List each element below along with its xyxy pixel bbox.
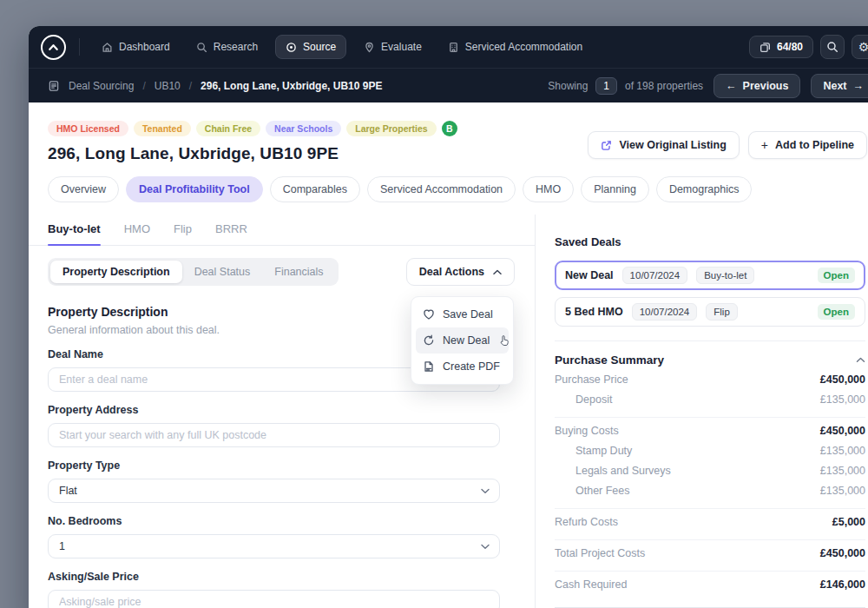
deal-actions-button[interactable]: Deal Actions [406, 258, 515, 286]
menu-label: Create PDF [443, 360, 500, 373]
gear-icon: ⚙ [858, 40, 868, 54]
purchase-summary-title: Purchase Summary [555, 354, 664, 367]
research-icon [196, 42, 207, 53]
row-value: £450,000 [820, 547, 865, 560]
breadcrumb-area[interactable]: UB10 [155, 80, 181, 92]
deal-toolbar: Property Description Deal Status Financi… [48, 258, 515, 286]
strategy-tab-flip[interactable]: Flip [174, 222, 192, 245]
row-label: Cash Required [555, 578, 627, 591]
strategy-tab-buy-to-let[interactable]: Buy-to-let [48, 222, 101, 245]
menu-label: New Deal [443, 334, 490, 347]
deal-name: 5 Bed HMO [565, 306, 623, 318]
tab-planning[interactable]: Planning [581, 176, 649, 202]
heart-icon [423, 308, 435, 321]
section-divider [555, 340, 865, 341]
deal-date-badge: 10/07/2024 [632, 303, 698, 321]
cursor-hand-icon [499, 334, 510, 347]
top-navbar: Dashboard Research Source Evaluate [29, 26, 868, 68]
row-label: Purchase Price [555, 373, 628, 387]
purchase-summary-header[interactable]: Purchase Summary [555, 354, 865, 367]
segment-deal-status[interactable]: Deal Status [182, 261, 263, 283]
summary-panel: Saved Deals New Deal 10/07/2024 Buy-to-l… [536, 215, 868, 608]
property-tags: HMO Licensed Tenanted Chain Free Near Sc… [48, 121, 457, 136]
page-tabs: Overview Deal Profitability Tool Compara… [29, 163, 868, 202]
nav-label: Evaluate [381, 41, 422, 53]
row-value: £5,000 [832, 516, 865, 529]
group-divider [555, 417, 865, 418]
group-divider [555, 539, 865, 540]
saved-deal-card[interactable]: 5 Bed HMO 10/07/2024 Flip Open [555, 297, 865, 327]
row-label: Buying Costs [555, 425, 619, 438]
page-title: 296, Long Lane, Uxbridge, UB10 9PE [48, 144, 457, 163]
nav-item-source[interactable]: Source [275, 35, 346, 59]
property-address-input[interactable] [48, 423, 500, 447]
summary-row: Buying Costs £450,000 [555, 425, 865, 438]
nav-item-evaluate[interactable]: Evaluate [355, 35, 431, 59]
target-icon [286, 42, 297, 53]
section-segmented-control: Property Description Deal Status Financi… [48, 258, 339, 286]
row-label: Refurb Costs [555, 516, 618, 529]
property-type-select[interactable]: Flat [48, 479, 500, 503]
nav-label: Dashboard [119, 41, 170, 53]
field-property-type: Property Type Flat [48, 459, 500, 503]
tag-near-schools: Near Schools [266, 121, 341, 136]
next-button[interactable]: Next → [811, 74, 868, 98]
purchase-summary-rows: Purchase Price £450,000 Deposit £135,000… [555, 373, 865, 591]
of-label: of 198 properties [625, 80, 703, 92]
strategy-tab-brrr[interactable]: BRRR [215, 222, 247, 245]
view-original-listing-button[interactable]: View Original Listing [588, 131, 739, 159]
add-to-pipeline-button[interactable]: + Add to Pipeline [748, 131, 867, 159]
segment-property-description[interactable]: Property Description [50, 261, 182, 283]
strategy-tabs: Buy-to-let HMO Flip BRRR [29, 215, 535, 246]
header-actions: View Original Listing + Add to Pipeline [588, 121, 867, 159]
nav-label: Source [303, 41, 336, 53]
nav-item-serviced-accommodation[interactable]: Serviced Accommodation [439, 35, 591, 59]
previous-button[interactable]: ← Previous [713, 74, 800, 98]
tab-demographics[interactable]: Demographics [656, 176, 753, 202]
app-logo[interactable] [41, 35, 66, 60]
strategy-tab-hmo[interactable]: HMO [124, 222, 150, 245]
tab-deal-profitability-tool[interactable]: Deal Profitability Tool [126, 176, 263, 202]
summary-row: Legals and Surveys £135,000 [555, 465, 865, 478]
segment-financials[interactable]: Financials [262, 261, 335, 283]
settings-button[interactable]: ⚙ [852, 35, 868, 59]
nav-item-research[interactable]: Research [187, 35, 266, 59]
row-value: £450,000 [820, 425, 865, 438]
nav-item-dashboard[interactable]: Dashboard [93, 35, 179, 59]
page-number: 1 [595, 77, 617, 95]
tab-hmo[interactable]: HMO [523, 176, 574, 202]
add-to-pipeline-label: Add to Pipeline [775, 139, 854, 151]
menu-item-create-pdf[interactable]: Create PDF [416, 354, 509, 380]
credits-count: 64/80 [777, 41, 803, 53]
plus-icon: + [761, 141, 768, 149]
asking-price-input[interactable] [48, 590, 500, 608]
grade-badge: B [442, 121, 457, 136]
row-label: Legals and Surveys [555, 465, 671, 478]
property-header-left: HMO Licensed Tenanted Chain Free Near Sc… [48, 121, 457, 163]
menu-label: Save Deal [443, 308, 493, 321]
tab-serviced-accommodation[interactable]: Serviced Accommodation [367, 176, 516, 202]
credits-badge[interactable]: 64/80 [749, 36, 813, 58]
row-value: £135,000 [820, 485, 865, 498]
breadcrumb-deal-sourcing[interactable]: Deal Sourcing [69, 80, 134, 92]
search-button[interactable] [820, 35, 845, 59]
search-icon [826, 41, 838, 53]
row-value: £135,000 [820, 465, 865, 478]
property-header: HMO Licensed Tenanted Chain Free Near Sc… [29, 102, 868, 163]
nav-divider [79, 38, 80, 56]
chevron-up-icon[interactable] [856, 357, 865, 363]
showing-label: Showing [548, 80, 588, 92]
row-value: £135,000 [820, 393, 865, 406]
bedrooms-select[interactable]: 1 [48, 534, 500, 558]
tab-comparables[interactable]: Comparables [270, 176, 360, 202]
bedrooms-label: No. Bedrooms [48, 515, 500, 527]
tag-large-properties: Large Properties [346, 121, 436, 136]
field-asking-price: Asking/Sale Price [48, 571, 500, 608]
menu-item-new-deal[interactable]: New Deal [416, 327, 509, 354]
menu-item-save-deal[interactable]: Save Deal [416, 301, 509, 327]
tab-overview[interactable]: Overview [48, 176, 119, 202]
breadcrumb-separator: / [142, 80, 145, 92]
property-address-label: Property Address [48, 404, 500, 416]
saved-deal-card[interactable]: New Deal 10/07/2024 Buy-to-let Open [555, 261, 865, 290]
arrow-left-icon: ← [726, 80, 737, 92]
